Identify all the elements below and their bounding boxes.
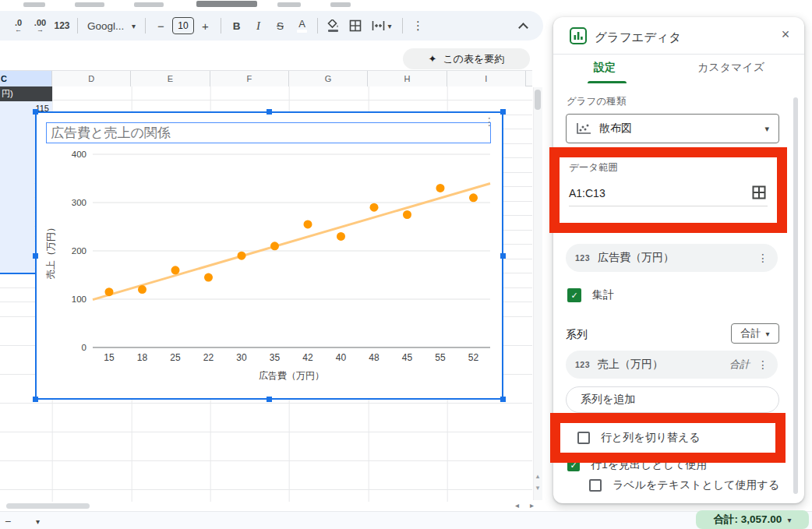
- more-vert-icon[interactable]: ⋮: [757, 252, 768, 264]
- menu-fragment: [75, 2, 104, 7]
- selection-handle[interactable]: [33, 253, 38, 259]
- merge-cells-button[interactable]: ▾: [366, 15, 397, 37]
- toolbar-divider: [77, 18, 78, 34]
- svg-text:100: 100: [72, 294, 86, 304]
- column-header-F[interactable]: F: [210, 71, 289, 86]
- toolbar-divider: [145, 18, 146, 34]
- column-header-I[interactable]: I: [447, 71, 526, 86]
- paint-bucket-icon: [327, 19, 339, 29]
- labels-as-text-row[interactable]: ✓ ラベルをテキストとして使用する: [589, 478, 779, 492]
- borders-button[interactable]: [344, 15, 365, 37]
- menu-fragment: [330, 2, 351, 7]
- scroll-up-button[interactable]: ▴: [533, 472, 542, 480]
- fill-color-bar: [328, 30, 338, 33]
- panel-scrollbar-thumb[interactable]: [793, 97, 798, 494]
- font-size-input[interactable]: 10: [172, 17, 194, 34]
- summarize-table-label: この表を要約: [443, 52, 504, 66]
- x-axis-chip[interactable]: 123 広告費（万円） ⋮: [566, 244, 778, 272]
- arrow-left-icon: ←: [15, 26, 22, 34]
- sheet-horizontal-scrollbar-thumb[interactable]: [6, 503, 90, 509]
- more-options-button[interactable]: ⋮: [408, 15, 429, 37]
- svg-text:300: 300: [72, 198, 86, 207]
- bold-button[interactable]: B: [226, 15, 247, 37]
- merge-cells-icon: [372, 20, 385, 31]
- sparkle-icon: ✦: [429, 53, 437, 65]
- active-tab-underline: [588, 81, 627, 83]
- chevron-down-icon: ▾: [787, 516, 791, 524]
- increase-font-size-button[interactable]: +: [195, 15, 216, 37]
- data-range-input[interactable]: A1:C13: [569, 187, 605, 199]
- chart-title-textbox[interactable]: 広告費と売上の関係: [46, 122, 491, 143]
- number-format-button[interactable]: 123: [51, 15, 72, 37]
- series-aggregate-button[interactable]: 合計 ▾: [731, 323, 779, 344]
- switch-rows-cols-label: 行と列を切り替える: [601, 431, 701, 445]
- column-header-C[interactable]: C: [0, 71, 52, 86]
- chevron-down-icon: ▾: [387, 22, 391, 30]
- selection-handle[interactable]: [500, 109, 506, 115]
- data-range-section: データ範囲 A1:C13: [560, 157, 777, 223]
- series-chip-label: 売上（万円）: [598, 358, 663, 372]
- column-header-H[interactable]: H: [368, 71, 447, 86]
- selection-handle[interactable]: [500, 253, 506, 259]
- chart-type-select[interactable]: 散布図 ▾: [566, 114, 779, 143]
- selection-handle[interactable]: [267, 397, 272, 402]
- add-series-button[interactable]: 系列を追加: [566, 386, 779, 413]
- toolbar: .0← .00→ 123 Googl... ▾ − 10 + B I S A: [0, 11, 543, 41]
- text-color-label: A: [298, 19, 305, 29]
- aggregate-checkbox-row[interactable]: ✓ 集計: [567, 288, 614, 302]
- menu-fragment: [277, 2, 301, 7]
- sum-pill[interactable]: 合計: 3,057.00 ▾: [696, 510, 809, 529]
- tab-setup[interactable]: 設定: [594, 61, 616, 75]
- svg-text:55: 55: [435, 352, 446, 363]
- selection-handle[interactable]: [267, 109, 272, 115]
- select-range-grid-icon[interactable]: [752, 185, 766, 199]
- sheet-tab-fragment[interactable]: −: [5, 515, 11, 527]
- switch-rows-cols-row[interactable]: ✓ 行と列を切り替える: [577, 431, 701, 445]
- fill-color-button[interactable]: [323, 15, 344, 37]
- increase-decimal-button[interactable]: .00→: [30, 15, 51, 37]
- text-color-button[interactable]: A: [291, 15, 312, 37]
- number-type-badge: 123: [575, 360, 590, 369]
- close-icon[interactable]: ×: [776, 25, 795, 44]
- summarize-table-button[interactable]: ✦ この表を要約: [403, 48, 530, 69]
- switch-rows-cols-checkbox[interactable]: ✓: [577, 432, 590, 444]
- collapse-toolbar-button[interactable]: [513, 15, 534, 37]
- embedded-chart[interactable]: 0100200300400151825223035424048455552広告費…: [35, 111, 503, 400]
- scroll-left-button[interactable]: ◂: [515, 501, 519, 510]
- svg-text:18: 18: [137, 352, 148, 363]
- column-header-G[interactable]: G: [289, 71, 368, 86]
- sheet-vertical-scrollbar[interactable]: [533, 87, 542, 500]
- labels-as-text-checkbox[interactable]: ✓: [589, 479, 602, 492]
- svg-text:52: 52: [468, 352, 479, 363]
- tab-customize[interactable]: カスタマイズ: [697, 61, 764, 75]
- italic-button[interactable]: I: [248, 15, 269, 37]
- scroll-right-button[interactable]: ▸: [530, 501, 534, 510]
- strikethrough-button[interactable]: S: [270, 15, 291, 37]
- aggregate-checkbox[interactable]: ✓: [567, 288, 581, 302]
- toolbar-divider: [221, 18, 221, 34]
- menu-fragment: [23, 2, 45, 7]
- decrease-decimal-button[interactable]: .0←: [8, 15, 29, 37]
- column-header-E[interactable]: E: [131, 71, 210, 86]
- font-family-value: Googl...: [87, 20, 124, 32]
- chevron-down-icon: ▾: [132, 22, 136, 30]
- chart-more-menu[interactable]: ⋮: [484, 115, 495, 128]
- series-chip[interactable]: 123 売上（万円） 合計 ⋮: [566, 351, 778, 379]
- selection-handle[interactable]: [33, 109, 38, 115]
- decrease-font-size-button[interactable]: −: [150, 15, 171, 37]
- scroll-down-button[interactable]: ▾: [533, 484, 542, 492]
- sheet-tab-menu-caret[interactable]: ▾: [36, 517, 40, 526]
- status-bar: [0, 511, 812, 529]
- sheet-vertical-scrollbar-thumb[interactable]: [535, 90, 541, 110]
- cell-c1-header[interactable]: 円): [0, 86, 52, 101]
- column-header-D[interactable]: D: [52, 71, 131, 86]
- column-headers: CDEFGHI: [0, 70, 532, 86]
- svg-text:45: 45: [402, 352, 413, 363]
- annotation-red-box-data-range: データ範囲 A1:C13: [549, 147, 787, 233]
- more-vert-icon[interactable]: ⋮: [757, 358, 768, 371]
- svg-text:48: 48: [369, 352, 380, 363]
- selection-handle[interactable]: [33, 397, 38, 402]
- selection-handle[interactable]: [500, 397, 506, 402]
- font-family-select[interactable]: Googl... ▾: [83, 15, 140, 37]
- svg-text:40: 40: [336, 352, 347, 363]
